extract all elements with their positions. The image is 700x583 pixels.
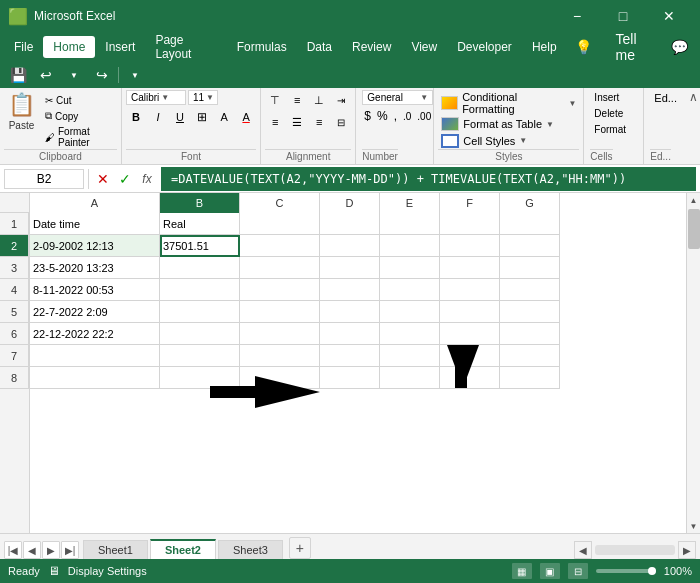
menu-home[interactable]: Home bbox=[43, 36, 95, 58]
cell-G8[interactable] bbox=[500, 367, 560, 389]
tab-nav-first-button[interactable]: |◀ bbox=[4, 541, 22, 559]
save-button[interactable]: 💾 bbox=[6, 63, 30, 87]
cell-styles-button[interactable]: Cell Styles ▼ bbox=[438, 133, 579, 149]
scroll-up-arrow[interactable]: ▲ bbox=[687, 193, 701, 207]
format-painter-button[interactable]: 🖌 Format Painter bbox=[42, 125, 117, 149]
tab-nav-prev-button[interactable]: ◀ bbox=[23, 541, 41, 559]
scroll-thumb[interactable] bbox=[688, 209, 700, 249]
row-header-4[interactable]: 4 bbox=[0, 279, 29, 301]
h-scroll-track[interactable] bbox=[595, 545, 675, 555]
undo-button[interactable]: ↩ bbox=[34, 63, 58, 87]
align-center-button[interactable]: ☰ bbox=[287, 112, 307, 132]
row-header-2[interactable]: 2 bbox=[0, 235, 29, 257]
cell-B1[interactable]: Real bbox=[160, 213, 240, 235]
currency-button[interactable]: $ bbox=[362, 107, 373, 125]
col-header-D[interactable]: D bbox=[320, 193, 380, 213]
format-button[interactable]: Format bbox=[590, 122, 630, 137]
comma-button[interactable]: , bbox=[392, 107, 399, 125]
align-right-button[interactable]: ≡ bbox=[309, 112, 329, 132]
menu-developer[interactable]: Developer bbox=[447, 36, 522, 58]
cell-C4[interactable] bbox=[240, 279, 320, 301]
col-header-G[interactable]: G bbox=[500, 193, 560, 213]
cell-F6[interactable] bbox=[440, 323, 500, 345]
cell-B8[interactable] bbox=[160, 367, 240, 389]
menu-page-layout[interactable]: Page Layout bbox=[145, 29, 226, 65]
cell-D4[interactable] bbox=[320, 279, 380, 301]
menu-file[interactable]: File bbox=[4, 36, 43, 58]
insert-function-button[interactable]: fx bbox=[137, 169, 157, 189]
scroll-down-arrow[interactable]: ▼ bbox=[687, 519, 701, 533]
delete-button[interactable]: Delete bbox=[590, 106, 630, 121]
cell-E3[interactable] bbox=[380, 257, 440, 279]
collapse-ribbon-button[interactable]: ∧ bbox=[687, 88, 700, 164]
cancel-formula-button[interactable]: ✕ bbox=[93, 169, 113, 189]
cell-D7[interactable] bbox=[320, 345, 380, 367]
cell-F1[interactable] bbox=[440, 213, 500, 235]
tell-me-label[interactable]: Tell me bbox=[608, 27, 655, 67]
increase-decimal-button[interactable]: .0 bbox=[401, 109, 413, 124]
cell-F2[interactable] bbox=[440, 235, 500, 257]
comment-icon[interactable]: 💬 bbox=[663, 35, 696, 59]
cell-C2[interactable] bbox=[240, 235, 320, 257]
cell-G3[interactable] bbox=[500, 257, 560, 279]
row-header-3[interactable]: 3 bbox=[0, 257, 29, 279]
editing-button[interactable]: Ed... bbox=[650, 90, 681, 106]
cell-C6[interactable] bbox=[240, 323, 320, 345]
font-color-button[interactable]: A bbox=[236, 107, 256, 127]
sheet-tab-1[interactable]: Sheet1 bbox=[83, 540, 148, 559]
cell-D5[interactable] bbox=[320, 301, 380, 323]
bold-button[interactable]: B bbox=[126, 107, 146, 127]
cell-G7[interactable] bbox=[500, 345, 560, 367]
h-scroll-right-button[interactable]: ▶ bbox=[678, 541, 696, 559]
page-break-view-button[interactable]: ⊟ bbox=[568, 563, 588, 579]
underline-button[interactable]: U bbox=[170, 107, 190, 127]
col-header-C[interactable]: C bbox=[240, 193, 320, 213]
cell-F7[interactable] bbox=[440, 345, 500, 367]
cell-G4[interactable] bbox=[500, 279, 560, 301]
menu-insert[interactable]: Insert bbox=[95, 36, 145, 58]
col-header-E[interactable]: E bbox=[380, 193, 440, 213]
fill-color-button[interactable]: A bbox=[214, 107, 234, 127]
confirm-formula-button[interactable]: ✓ bbox=[115, 169, 135, 189]
row-header-5[interactable]: 5 bbox=[0, 301, 29, 323]
zoom-slider[interactable] bbox=[596, 569, 656, 573]
menu-review[interactable]: Review bbox=[342, 36, 401, 58]
cell-B3[interactable] bbox=[160, 257, 240, 279]
redo-button[interactable]: ↪ bbox=[90, 63, 114, 87]
cell-G2[interactable] bbox=[500, 235, 560, 257]
cell-E7[interactable] bbox=[380, 345, 440, 367]
display-settings-label[interactable]: Display Settings bbox=[68, 565, 147, 577]
align-bottom-button[interactable]: ⊥ bbox=[309, 90, 329, 110]
border-button[interactable]: ⊞ bbox=[192, 107, 212, 127]
cell-B5[interactable] bbox=[160, 301, 240, 323]
number-format-dropdown[interactable]: General ▼ bbox=[362, 90, 433, 105]
col-header-A[interactable]: A bbox=[30, 193, 160, 213]
cell-B4[interactable] bbox=[160, 279, 240, 301]
cell-E1[interactable] bbox=[380, 213, 440, 235]
add-sheet-button[interactable]: + bbox=[289, 537, 311, 559]
menu-help[interactable]: Help bbox=[522, 36, 567, 58]
align-top-button[interactable]: ⊤ bbox=[265, 90, 285, 110]
row-header-8[interactable]: 8 bbox=[0, 367, 29, 389]
cut-button[interactable]: ✂ Cut bbox=[42, 94, 117, 107]
page-layout-view-button[interactable]: ▣ bbox=[540, 563, 560, 579]
percent-button[interactable]: % bbox=[375, 107, 390, 125]
merge-cells-button[interactable]: ⊟ bbox=[331, 112, 351, 132]
cell-D2[interactable] bbox=[320, 235, 380, 257]
undo-dropdown-button[interactable]: ▼ bbox=[62, 63, 86, 87]
cell-B2[interactable]: 37501.51 bbox=[160, 235, 240, 257]
tab-nav-next-button[interactable]: ▶ bbox=[42, 541, 60, 559]
cell-A7[interactable] bbox=[30, 345, 160, 367]
cell-C5[interactable] bbox=[240, 301, 320, 323]
col-header-F[interactable]: F bbox=[440, 193, 500, 213]
cell-A3[interactable]: 23-5-2020 13:23 bbox=[30, 257, 160, 279]
italic-button[interactable]: I bbox=[148, 107, 168, 127]
col-header-B[interactable]: B bbox=[160, 193, 240, 213]
conditional-formatting-button[interactable]: Conditional Formatting ▼ bbox=[438, 90, 579, 116]
cell-G5[interactable] bbox=[500, 301, 560, 323]
sheet-tab-2[interactable]: Sheet2 bbox=[150, 539, 216, 559]
vertical-scrollbar[interactable]: ▲ ▼ bbox=[686, 193, 700, 533]
cell-D1[interactable] bbox=[320, 213, 380, 235]
cell-B6[interactable] bbox=[160, 323, 240, 345]
horizontal-scrollbar[interactable]: ◀ ▶ bbox=[574, 541, 696, 559]
